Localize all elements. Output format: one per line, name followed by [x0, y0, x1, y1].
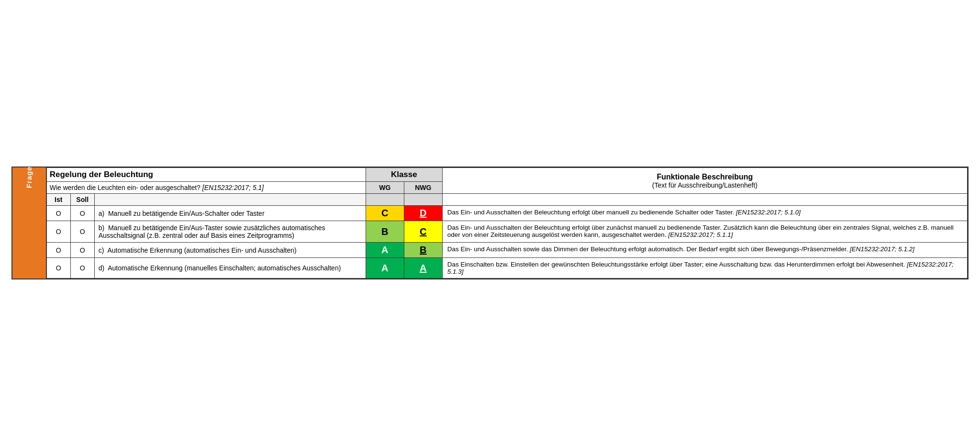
wg-class-d: A	[366, 258, 404, 279]
functional-b: Das Ein- und Ausschalten der Beleuchtung…	[442, 221, 967, 243]
empty-functional	[442, 194, 967, 206]
wg-class-b: B	[366, 221, 404, 243]
klasse-header: Klasse	[366, 168, 442, 182]
soll-header: Soll	[70, 194, 94, 206]
wg-class-c: A	[366, 243, 404, 258]
ist-header: Ist	[46, 194, 70, 206]
table-row: O O c) Automatische Erkennung (automatis…	[46, 243, 967, 258]
description-b: b) Manuell zu betätigende Ein/Aus-Taster…	[94, 221, 366, 243]
wg-class-a: C	[366, 206, 404, 221]
soll-value-a: O	[70, 206, 94, 221]
nwg-subheader: NWG	[404, 182, 442, 194]
description-a: a) Manuell zu betätigende Ein/Aus-Schalt…	[94, 206, 366, 221]
functional-c: Das Ein- und Ausschalten sowie das Dimme…	[442, 243, 967, 258]
description-d: d) Automatische Erkennung (manuelles Ein…	[94, 258, 366, 279]
nwg-class-b: C	[404, 221, 442, 243]
soll-value-d: O	[70, 258, 94, 279]
ist-value-b: O	[46, 221, 70, 243]
wg-subheader: WG	[366, 182, 404, 194]
regelung-title: Regelung der Beleuchtung	[46, 168, 366, 182]
soll-value-c: O	[70, 243, 94, 258]
table-row: O O d) Automatische Erkennung (manuelles…	[46, 258, 967, 279]
nwg-class-d: A	[404, 258, 442, 279]
empty-header	[94, 194, 366, 206]
table-row: O O b) Manuell zu betätigende Ein/Aus-Ta…	[46, 221, 967, 243]
ist-value-a: O	[46, 206, 70, 221]
ist-value-d: O	[46, 258, 70, 279]
question-text: Wie werden die Leuchten ein- oder ausges…	[46, 182, 366, 194]
ist-value-c: O	[46, 243, 70, 258]
functional-d: Das Einschalten bzw. Einstellen der gewü…	[442, 258, 967, 279]
empty-nwg	[404, 194, 442, 206]
frage-label: Frage 40	[12, 167, 46, 279]
nwg-class-a: D	[404, 206, 442, 221]
funktionale-header: Funktionale Beschreibung (Text für Aussc…	[442, 168, 967, 194]
nwg-class-c: B	[404, 243, 442, 258]
empty-wg	[366, 194, 404, 206]
description-c: c) Automatische Erkennung (automatisches…	[94, 243, 366, 258]
soll-value-b: O	[70, 221, 94, 243]
table-row: O O a) Manuell zu betätigende Ein/Aus-Sc…	[46, 206, 967, 221]
functional-a: Das Ein- und Ausschalten der Beleuchtung…	[442, 206, 967, 221]
